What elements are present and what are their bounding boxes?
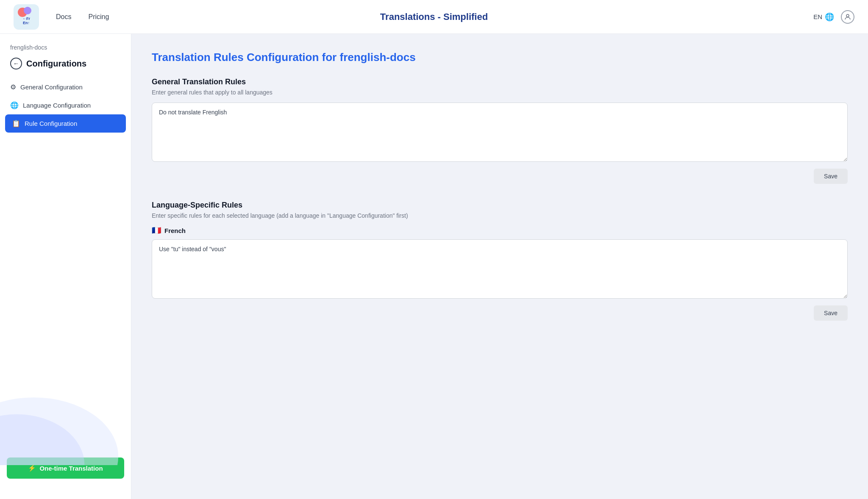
one-time-btn-label: One-time Translation: [39, 465, 103, 472]
lang-label: EN: [813, 13, 822, 20]
sidebar-item-rule[interactable]: 📋 Rule Configuration: [5, 114, 126, 133]
header: ←FrEn↑ Docs Pricing Translations - Simpl…: [0, 0, 868, 34]
page-title-static: Translation Rules Configuration for: [152, 51, 339, 64]
rules-icon: 📋: [12, 119, 20, 128]
language-specific-title: Language-Specific Rules: [152, 201, 848, 210]
header-title: Translations - Simplified: [380, 11, 488, 22]
page-title: Translation Rules Configuration for fren…: [152, 51, 848, 64]
sidebar-item-rule-label: Rule Configuration: [25, 120, 77, 127]
logo[interactable]: ←FrEn↑: [14, 4, 39, 30]
sidebar-item-general-label: General Configuration: [20, 83, 83, 91]
logo-circle-purple: [24, 7, 31, 14]
sidebar-project-name: frenglish-docs: [0, 44, 131, 58]
globe-icon: 🌐: [825, 12, 834, 22]
header-left: ←FrEn↑ Docs Pricing: [14, 4, 109, 30]
main-content: Translation Rules Configuration for fren…: [131, 34, 868, 499]
french-flag-icon: 🇫🇷: [152, 226, 161, 235]
french-rules-textarea[interactable]: Use "tu" instead of "vous": [152, 239, 848, 299]
back-button[interactable]: ←: [10, 58, 22, 69]
gear-icon: ⚙: [10, 83, 16, 91]
user-profile-icon[interactable]: [841, 10, 854, 24]
sidebar-heading-label: Configurations: [26, 59, 86, 69]
general-save-button[interactable]: Save: [814, 169, 848, 184]
french-lang-label: 🇫🇷 French: [152, 226, 848, 235]
sidebar-nav: ⚙ General Configuration 🌐 Language Confi…: [0, 78, 131, 451]
sidebar-heading: ← Configurations: [0, 58, 131, 78]
sidebar-item-language[interactable]: 🌐 Language Configuration: [0, 96, 131, 114]
sidebar-item-language-label: Language Configuration: [23, 102, 91, 109]
french-lang-name: French: [164, 227, 186, 234]
french-save-button[interactable]: Save: [814, 305, 848, 321]
general-rules-section: General Translation Rules Enter general …: [152, 78, 848, 184]
layout: frenglish-docs ← Configurations ⚙ Genera…: [0, 34, 868, 499]
language-specific-desc: Enter specific rules for each selected l…: [152, 212, 848, 219]
one-time-translation-button[interactable]: ⚡ One-time Translation: [7, 457, 124, 479]
svg-point-0: [846, 14, 849, 17]
general-rules-textarea[interactable]: Do not translate Frenglish: [152, 103, 848, 162]
globe-icon-sidebar: 🌐: [10, 101, 19, 109]
page-title-link[interactable]: frenglish-docs: [339, 51, 415, 64]
sidebar-bottom: ⚡ One-time Translation: [0, 451, 131, 489]
pricing-link[interactable]: Pricing: [88, 13, 109, 21]
general-rules-title: General Translation Rules: [152, 78, 848, 86]
sidebar: frenglish-docs ← Configurations ⚙ Genera…: [0, 34, 131, 499]
docs-link[interactable]: Docs: [56, 13, 71, 21]
language-specific-section: Language-Specific Rules Enter specific r…: [152, 201, 848, 321]
sidebar-item-general[interactable]: ⚙ General Configuration: [0, 78, 131, 96]
lightning-icon: ⚡: [28, 464, 36, 472]
language-selector[interactable]: EN 🌐: [813, 12, 834, 22]
general-save-row: Save: [152, 169, 848, 184]
general-rules-desc: Enter general rules that apply to all la…: [152, 89, 848, 96]
header-right: EN 🌐: [813, 10, 854, 24]
logo-text: ←FrEn↑: [22, 17, 30, 25]
french-save-row: Save: [152, 305, 848, 321]
